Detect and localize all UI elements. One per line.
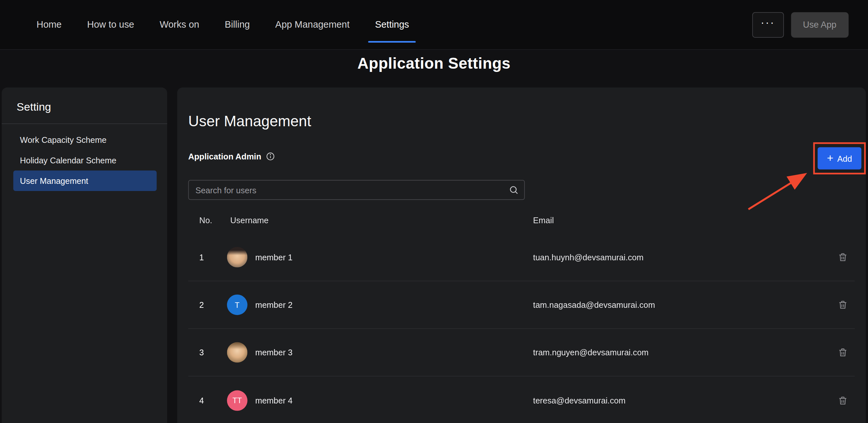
row-number: 1 xyxy=(188,252,226,262)
row-actions xyxy=(830,251,855,264)
sidebar-title: Setting xyxy=(17,101,167,114)
nav-tab-works-on[interactable]: Works on xyxy=(160,17,199,33)
nav-tab-billing[interactable]: Billing xyxy=(225,17,250,33)
row-number: 4 xyxy=(188,396,226,405)
table-row: 3 member 3 tram.nguyen@devsamurai.com xyxy=(188,329,855,376)
row-actions xyxy=(830,394,855,407)
row-number: 3 xyxy=(188,348,226,357)
nav-tab-home[interactable]: Home xyxy=(36,17,61,33)
user-management-panel: User Management Application Admin + Add xyxy=(177,88,866,423)
delete-user-icon[interactable] xyxy=(836,298,849,311)
top-navigation: Home How to use Works on Billing App Man… xyxy=(0,0,868,50)
table-row: 4 TT member 4 teresa@devsamurai.com xyxy=(188,376,855,423)
table-header-row: No. Username Email xyxy=(188,206,855,234)
table-row: 1 member 1 tuan.huynh@devsamurai.com xyxy=(188,234,855,281)
avatar xyxy=(227,247,248,268)
avatar: TT xyxy=(227,390,248,411)
application-admin-section: Application Admin xyxy=(188,152,275,161)
header-no: No. xyxy=(188,215,226,224)
user-cell: T member 2 xyxy=(226,295,527,315)
sidebar-item-holiday-calendar-scheme[interactable]: Holiday Calendar Scheme xyxy=(13,150,157,171)
nav-actions: ··· Use App xyxy=(752,12,849,37)
use-app-button[interactable]: Use App xyxy=(791,12,849,37)
delete-user-icon[interactable] xyxy=(836,394,849,407)
sidebar-divider xyxy=(2,123,167,124)
user-cell: member 1 xyxy=(226,247,527,268)
search-box xyxy=(188,180,525,200)
annotation-highlight-box: + Add xyxy=(813,142,866,174)
application-settings-page: Home How to use Works on Billing App Man… xyxy=(0,0,868,423)
avatar xyxy=(227,342,248,363)
delete-user-icon[interactable] xyxy=(836,251,849,264)
search-icon[interactable] xyxy=(509,185,519,195)
nav-tab-how-to-use[interactable]: How to use xyxy=(87,17,134,33)
username: member 1 xyxy=(255,252,292,262)
sidebar-item-work-capacity-scheme[interactable]: Work Capacity Scheme xyxy=(13,129,157,150)
avatar: T xyxy=(227,295,248,315)
search-input[interactable] xyxy=(189,185,508,194)
header-email: Email xyxy=(528,215,831,224)
user-cell: TT member 4 xyxy=(226,390,527,411)
row-actions xyxy=(830,346,855,359)
email: tram.nguyen@devsamurai.com xyxy=(528,348,831,357)
username: member 3 xyxy=(255,348,292,357)
nav-tab-settings[interactable]: Settings xyxy=(375,17,409,33)
row-actions xyxy=(830,298,855,311)
username: member 4 xyxy=(255,396,292,405)
admin-users-table: No. Username Email 1 member 1 tuan.huynh… xyxy=(188,206,855,423)
add-user-button[interactable]: + Add xyxy=(817,147,861,170)
header-username: Username xyxy=(226,215,527,224)
add-button-label: Add xyxy=(837,154,852,163)
settings-sidebar: Setting Work Capacity Scheme Holiday Cal… xyxy=(2,88,167,423)
plus-icon: + xyxy=(827,152,834,163)
sidebar-item-user-management[interactable]: User Management xyxy=(13,171,157,191)
email: tam.nagasada@devsamurai.com xyxy=(528,300,831,309)
panel-title: User Management xyxy=(188,113,311,130)
username: member 2 xyxy=(255,300,292,309)
table-row: 2 T member 2 tam.nagasada@devsamurai.com xyxy=(188,281,855,329)
delete-user-icon[interactable] xyxy=(836,346,849,359)
nav-tabs: Home How to use Works on Billing App Man… xyxy=(36,17,409,33)
email: teresa@devsamurai.com xyxy=(528,396,831,405)
sidebar-menu: Work Capacity Scheme Holiday Calendar Sc… xyxy=(13,129,157,191)
nav-tab-app-management[interactable]: App Management xyxy=(275,17,349,33)
row-number: 2 xyxy=(188,300,226,309)
application-admin-label: Application Admin xyxy=(188,152,261,161)
email: tuan.huynh@devsamurai.com xyxy=(528,252,831,262)
user-cell: member 3 xyxy=(226,342,527,363)
page-title: Application Settings xyxy=(0,55,868,72)
more-options-button[interactable]: ··· xyxy=(752,12,784,37)
info-icon[interactable] xyxy=(266,152,275,161)
